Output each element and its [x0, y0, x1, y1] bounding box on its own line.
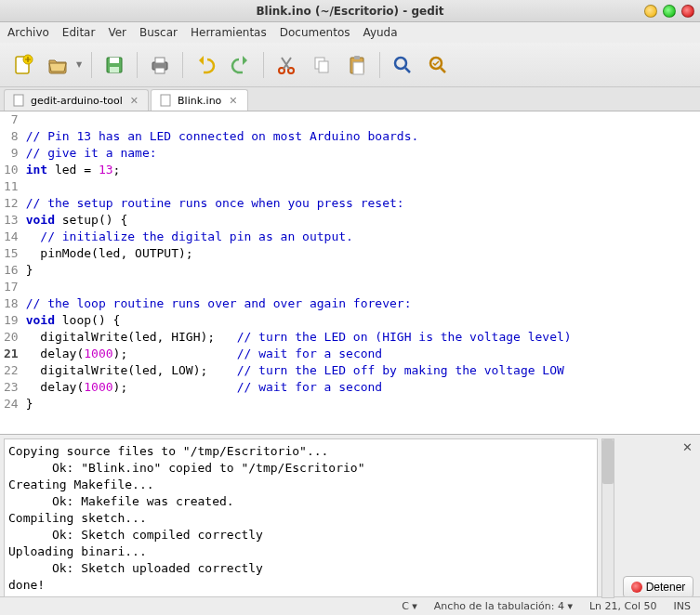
status-position: Ln 21, Col 50: [589, 600, 657, 612]
status-tabwidth[interactable]: Ancho de la tabulación: 4 ▾: [434, 600, 573, 612]
open-dropdown-icon[interactable]: ▼: [76, 60, 82, 69]
menu-ver[interactable]: Ver: [108, 26, 126, 39]
svg-rect-17: [14, 95, 23, 106]
svg-rect-13: [354, 56, 360, 59]
line-number-gutter: 789101112131415161718192021222324: [0, 111, 22, 434]
undo-button[interactable]: [191, 50, 220, 80]
detener-button[interactable]: Detener: [623, 576, 694, 598]
toolbar-separator: [182, 52, 183, 78]
file-icon: [159, 94, 172, 107]
menu-buscar[interactable]: Buscar: [139, 26, 178, 39]
tab-label: Blink.ino: [178, 95, 221, 107]
minimize-button[interactable]: [644, 5, 657, 18]
output-scrollbar[interactable]: [601, 438, 614, 598]
titlebar: Blink.ino (~/Escritorio) - gedit: [0, 0, 700, 22]
status-language[interactable]: C ▾: [402, 600, 417, 612]
svg-rect-7: [155, 68, 165, 73]
bottom-panel: Copying source files to "/tmp/Escritorio…: [0, 434, 700, 596]
tab-blink-ino[interactable]: Blink.ino ✕: [151, 89, 247, 111]
file-icon: [12, 94, 25, 107]
maximize-button[interactable]: [663, 5, 676, 18]
editor-area[interactable]: 789101112131415161718192021222324 // Pin…: [0, 111, 700, 434]
menu-ayuda[interactable]: Ayuda: [363, 26, 397, 39]
tab-close-icon[interactable]: ✕: [227, 95, 239, 107]
save-button[interactable]: [99, 50, 129, 80]
search-replace-button[interactable]: [423, 50, 453, 80]
window-title: Blink.ino (~/Escritorio) - gedit: [256, 5, 443, 18]
tab-label: gedit-arduino-tool: [31, 95, 123, 107]
toolbar: ▼: [0, 43, 700, 87]
svg-rect-18: [161, 95, 170, 106]
new-file-button[interactable]: [7, 50, 37, 80]
stop-icon: [631, 582, 642, 593]
svg-rect-4: [110, 67, 119, 72]
menu-herramientas[interactable]: Herramientas: [191, 26, 267, 39]
redo-button[interactable]: [226, 50, 256, 80]
svg-point-15: [395, 58, 406, 69]
cut-button[interactable]: [271, 50, 301, 80]
close-button[interactable]: [681, 5, 694, 18]
statusbar: C ▾ Ancho de la tabulación: 4 ▾ Ln 21, C…: [0, 596, 700, 615]
menu-archivo[interactable]: Archivo: [7, 26, 49, 39]
menu-editar[interactable]: Editar: [62, 26, 96, 39]
document-tabs: gedit-arduino-tool ✕ Blink.ino ✕: [0, 87, 700, 111]
open-file-button[interactable]: [43, 50, 73, 80]
toolbar-separator: [137, 52, 138, 78]
svg-rect-3: [110, 58, 119, 63]
detener-label: Detener: [646, 581, 686, 594]
toolbar-separator: [91, 52, 92, 78]
panel-close-icon[interactable]: ✕: [679, 438, 696, 456]
svg-rect-11: [319, 61, 328, 72]
paste-button[interactable]: [342, 50, 372, 80]
window-controls: [644, 5, 694, 18]
print-button[interactable]: [145, 50, 175, 80]
svg-rect-6: [155, 58, 165, 63]
copy-button[interactable]: [307, 50, 337, 80]
menubar: Archivo Editar Ver Buscar Herramientas D…: [0, 22, 700, 43]
scrollbar-thumb[interactable]: [602, 439, 614, 484]
shell-output-text[interactable]: Copying source files to "/tmp/Escritorio…: [4, 438, 598, 598]
toolbar-separator: [263, 52, 264, 78]
svg-rect-14: [353, 62, 363, 74]
search-button[interactable]: [388, 50, 417, 80]
tab-close-icon[interactable]: ✕: [128, 95, 140, 107]
status-insert-mode: INS: [674, 600, 691, 612]
tab-gedit-arduino-tool[interactable]: gedit-arduino-tool ✕: [4, 89, 149, 111]
toolbar-separator: [379, 52, 380, 78]
menu-documentos[interactable]: Documentos: [280, 26, 350, 39]
code-content[interactable]: // Pin 13 has an LED connected on most A…: [22, 111, 575, 434]
